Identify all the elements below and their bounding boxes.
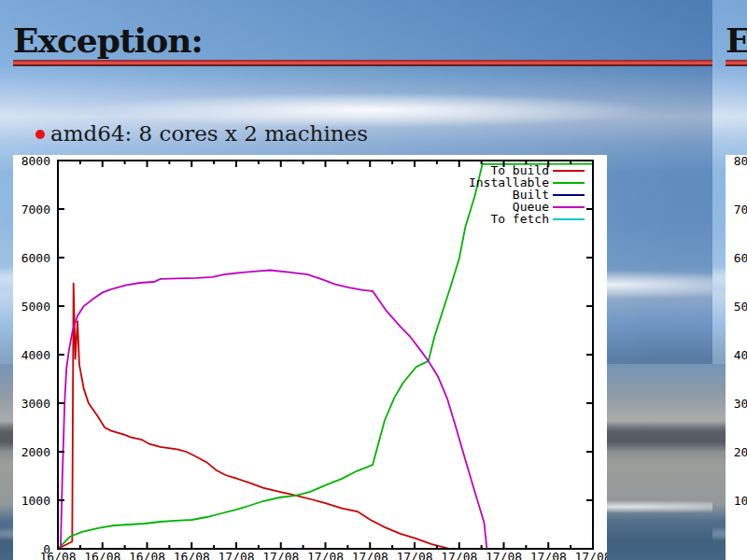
y-tick-label: 4000 <box>21 348 50 362</box>
y-tick-label: 7000 <box>21 203 50 217</box>
x-tick-label: 17/08 <box>307 550 344 560</box>
legend-label-to-fetch: To fetch <box>490 212 549 226</box>
x-tick-label: 17/08 <box>396 550 432 560</box>
x-tick-label: 17/08 <box>441 550 477 560</box>
x-tick-label: 16/08 <box>129 550 165 560</box>
build-status-chart: 16/0816/0816/0816/0817/0817/0817/0817/08… <box>726 155 747 560</box>
y-tick-label: 2000 <box>734 445 747 459</box>
title-rule <box>13 60 712 66</box>
x-tick-label: 17/08 <box>486 550 522 560</box>
x-tick-label: 17/08 <box>530 550 567 560</box>
y-tick-label: 3000 <box>21 397 50 411</box>
y-tick-label: 8000 <box>21 155 50 168</box>
y-tick-label: 4000 <box>734 348 747 362</box>
x-tick-label: 17/08 <box>218 550 254 560</box>
y-tick-label: 5000 <box>21 300 50 314</box>
title-rule <box>726 60 747 66</box>
y-tick-label: 1000 <box>734 494 747 508</box>
chart-canvas: 16/0816/0816/0816/0817/0817/0817/0817/08… <box>13 155 607 560</box>
y-tick-label: 1000 <box>21 494 50 508</box>
x-tick-label: 17/08 <box>262 550 299 560</box>
bullet-item: amd64: 8 cores x 2 machines <box>35 121 368 146</box>
y-tick-label: 5000 <box>734 300 747 314</box>
presentation-viewport: Exception: amd64: 8 cores x 2 machines 1… <box>0 0 747 560</box>
build-status-chart: 16/0816/0816/0816/0817/0817/0817/0817/08… <box>13 155 607 560</box>
y-tick-label: 8000 <box>734 155 747 168</box>
series-line-queue <box>61 271 487 550</box>
x-tick-label: 17/08 <box>352 550 388 560</box>
series-line-to-build <box>58 283 450 549</box>
y-tick-label: 3000 <box>734 397 747 411</box>
slide-title: Exception: <box>13 21 203 60</box>
x-tick-label: 17/08 <box>574 550 607 560</box>
y-tick-label: 2000 <box>21 445 50 459</box>
x-tick-label: 16/08 <box>84 550 120 560</box>
slide-current: Exception: amd64: 8 cores x 2 machines 1… <box>0 0 712 560</box>
y-tick-label: 0 <box>43 542 50 556</box>
y-tick-label: 6000 <box>734 251 747 265</box>
y-tick-label: 7000 <box>734 203 747 217</box>
chart-canvas: 16/0816/0816/0816/0817/0817/0817/0817/08… <box>726 155 747 560</box>
bullet-dot-icon <box>35 130 45 139</box>
slide-title: Exception: <box>726 21 747 60</box>
slide-deck: Exception: amd64: 8 cores x 2 machines 1… <box>0 0 747 560</box>
slide-next-peek: Exception: amd64: 8 cores x 2 machines 1… <box>712 0 747 560</box>
x-tick-label: 16/08 <box>174 550 210 560</box>
y-tick-label: 6000 <box>21 251 50 265</box>
bullet-text: amd64: 8 cores x 2 machines <box>50 121 368 146</box>
